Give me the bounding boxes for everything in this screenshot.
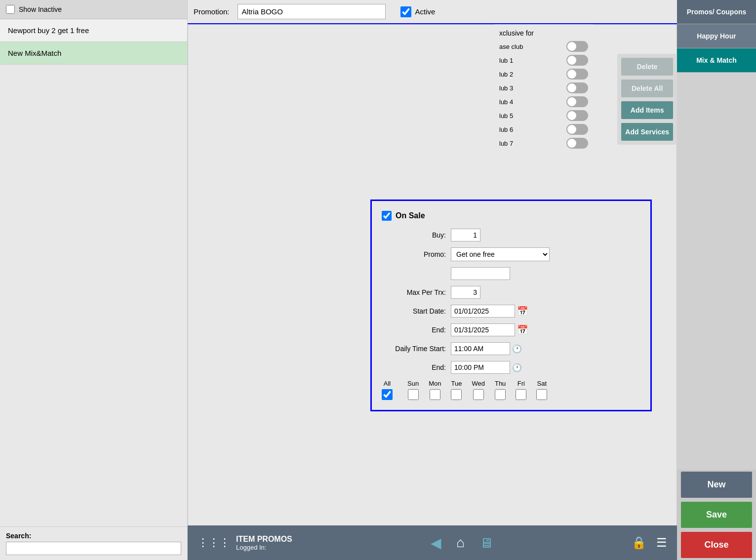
promo-label: Promo: [382,250,446,258]
club-toggle-2[interactable] [566,69,588,80]
daily-time-end-input[interactable] [451,361,510,374]
club-row-4: lub 4 [499,96,588,107]
close-button[interactable]: Close [681,532,752,558]
start-date-wrap: 📅 [451,305,528,318]
mon-label: Mon [429,380,441,387]
club-toggle-7[interactable] [566,138,588,149]
search-input[interactable] [6,542,181,555]
club-toggle-5[interactable] [566,110,588,121]
start-date-row: Start Date: 📅 [382,305,640,318]
active-section: Active [400,6,436,17]
tue-col: Tue [451,380,462,400]
show-inactive-row: Show Inactive [0,0,187,19]
club-toggle-0[interactable] [566,41,588,52]
daily-time-end-row: End: 🕐 [382,361,640,374]
exclusive-section: xclusive for ase club lub 1 lub 2 lub 3 [494,24,593,157]
save-button[interactable]: Save [681,502,752,528]
all-day-col: All [382,380,393,400]
club-row-6: lub 6 [499,124,588,135]
promo-item-2[interactable]: New Mix&Match [0,42,187,65]
days-section: All Sun Mon Tue [382,380,640,400]
wed-label: Wed [472,380,485,387]
menu-icon[interactable]: ☰ [656,536,667,550]
sidebar-tab-happy-hour[interactable]: Happy Hour [677,24,756,48]
club-toggle-3[interactable] [566,82,588,93]
bottom-bar: ⋮⋮⋮ ITEM PROMOS Logged In: ◀ ⌂ 🖥 🔒 ☰ [188,525,677,560]
buy-label: Buy: [382,231,446,239]
register-button[interactable]: 🖥 [479,535,493,551]
daily-time-start-input[interactable] [451,342,510,355]
left-panel: Show Inactive Newport buy 2 get 1 free N… [0,0,188,560]
all-day-label: All [384,380,391,387]
bottom-center: ◀ ⌂ 🖥 [431,535,493,551]
wed-col: Wed [472,380,485,400]
add-services-button[interactable]: Add Services [621,123,673,141]
back-button[interactable]: ◀ [431,535,441,551]
add-items-button[interactable]: Add Items [621,101,673,119]
end-date-calendar-icon[interactable]: 📅 [517,324,528,335]
sun-label: Sun [407,380,419,387]
all-day-checkbox[interactable] [382,389,393,400]
sun-checkbox[interactable] [408,389,419,400]
end-date-row: End: 📅 [382,323,640,336]
action-buttons-panel: Delete Delete All Add Items Add Services [617,54,677,145]
fri-checkbox[interactable] [516,389,526,400]
logged-in-label: Logged In: [236,544,292,551]
search-area: Search: [0,526,187,560]
club-row-3: lub 3 [499,82,588,93]
lock-icon[interactable]: 🔒 [632,536,646,550]
sun-col: Sun [407,380,419,400]
on-sale-header: On Sale [382,211,640,221]
delete-button[interactable]: Delete [621,58,673,76]
club-row-0: ase club [499,41,588,52]
sat-checkbox[interactable] [536,389,547,400]
mon-col: Mon [429,380,441,400]
club-row-5: lub 5 [499,110,588,121]
delete-all-button[interactable]: Delete All [621,80,673,97]
mon-checkbox[interactable] [430,389,440,400]
thu-col: Thu [495,380,506,400]
tue-checkbox[interactable] [451,389,462,400]
sidebar-spacer [677,73,756,470]
club-toggle-1[interactable] [566,55,588,66]
on-sale-checkbox[interactable] [382,211,392,221]
active-label: Active [415,7,436,16]
max-per-trx-input[interactable] [451,286,480,299]
end-date-label: End: [382,326,446,334]
thu-checkbox[interactable] [495,389,506,400]
daily-time-end-clock-icon[interactable]: 🕐 [512,363,522,372]
promo-item-1[interactable]: Newport buy 2 get 1 free [0,19,187,42]
end-date-wrap: 📅 [451,323,528,336]
app-name: ITEM PROMOS [236,535,292,544]
top-bar: Promotion: Active [188,0,677,24]
right-sidebar: Promos/ Coupons Happy Hour Mix & Match N… [677,0,756,560]
sidebar-tab-mix-match[interactable]: Mix & Match [677,48,756,73]
home-button[interactable]: ⌂ [456,535,465,551]
club-row-1: lub 1 [499,55,588,66]
end-date-input[interactable] [451,323,515,336]
thu-label: Thu [495,380,506,387]
active-checkbox[interactable] [400,6,411,17]
search-label: Search: [6,532,181,540]
club-toggle-4[interactable] [566,96,588,107]
start-date-calendar-icon[interactable]: 📅 [517,306,528,317]
promotion-input[interactable] [238,4,386,19]
daily-time-start-label: Daily Time Start: [382,345,446,353]
daily-time-start-clock-icon[interactable]: 🕐 [512,344,522,354]
days-row: All Sun Mon Tue [382,380,640,400]
promo-sub-input[interactable] [451,267,510,280]
sidebar-tab-promos[interactable]: Promos/ Coupons [677,0,756,24]
club-toggle-6[interactable] [566,124,588,135]
promo-select[interactable]: Get one free Discount Fixed Price [451,247,550,261]
club-row-2: lub 2 [499,69,588,80]
show-inactive-checkbox[interactable] [6,5,15,14]
bottom-left: ⋮⋮⋮ ITEM PROMOS Logged In: [198,535,292,551]
start-date-input[interactable] [451,305,515,318]
wed-checkbox[interactable] [473,389,484,400]
promotion-label: Promotion: [194,7,230,16]
sat-label: Sat [537,380,547,387]
grid-icon: ⋮⋮⋮ [198,536,230,549]
club-row-7: lub 7 [499,138,588,149]
buy-input[interactable] [451,229,480,241]
new-button[interactable]: New [681,472,752,498]
